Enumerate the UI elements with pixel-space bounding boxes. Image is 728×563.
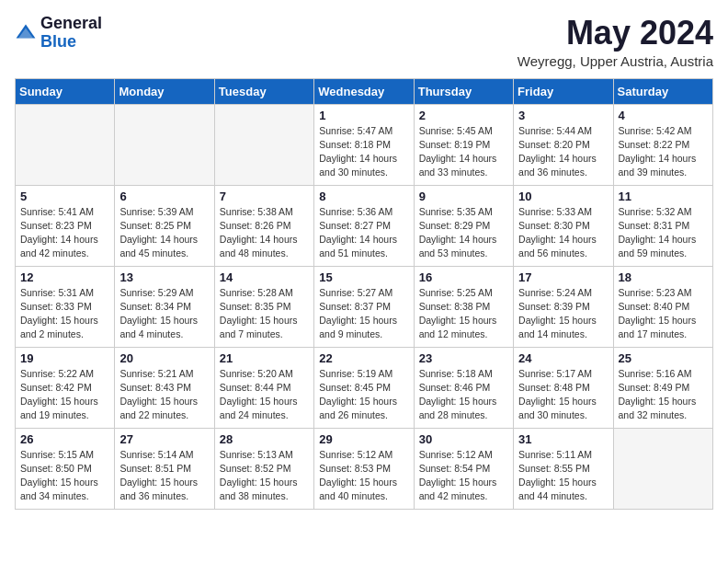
day-cell: 5Sunrise: 5:41 AMSunset: 8:23 PMDaylight…: [16, 185, 115, 266]
day-info: Sunrise: 5:23 AMSunset: 8:40 PMDaylight:…: [619, 286, 708, 342]
weekday-header-row: SundayMondayTuesdayWednesdayThursdayFrid…: [16, 78, 713, 104]
day-cell: 14Sunrise: 5:28 AMSunset: 8:35 PMDayligh…: [214, 266, 313, 347]
week-row-3: 12Sunrise: 5:31 AMSunset: 8:33 PMDayligh…: [16, 266, 713, 347]
day-number: 12: [20, 270, 109, 284]
day-number: 20: [119, 351, 209, 365]
day-cell: 18Sunrise: 5:23 AMSunset: 8:40 PMDayligh…: [613, 266, 712, 347]
weekday-wednesday: Wednesday: [314, 78, 414, 104]
day-number: 25: [619, 351, 708, 365]
day-number: 14: [220, 270, 309, 284]
day-number: 23: [419, 351, 508, 365]
week-row-1: 1Sunrise: 5:47 AMSunset: 8:18 PMDaylight…: [16, 104, 713, 185]
calendar-table: SundayMondayTuesdayWednesdayThursdayFrid…: [15, 78, 713, 510]
day-cell: 17Sunrise: 5:24 AMSunset: 8:39 PMDayligh…: [514, 266, 613, 347]
logo-text: General Blue: [40, 15, 102, 52]
day-info: Sunrise: 5:42 AMSunset: 8:22 PMDaylight:…: [619, 124, 708, 180]
day-number: 9: [419, 190, 508, 203]
day-info: Sunrise: 5:13 AMSunset: 8:52 PMDaylight:…: [220, 448, 309, 504]
day-cell: 10Sunrise: 5:33 AMSunset: 8:30 PMDayligh…: [514, 185, 613, 266]
day-number: 26: [20, 432, 109, 446]
day-cell: 20Sunrise: 5:21 AMSunset: 8:43 PMDayligh…: [115, 347, 214, 428]
day-cell: 13Sunrise: 5:29 AMSunset: 8:34 PMDayligh…: [115, 266, 214, 347]
day-number: 8: [319, 190, 408, 203]
weekday-tuesday: Tuesday: [214, 78, 313, 104]
day-info: Sunrise: 5:19 AMSunset: 8:45 PMDaylight:…: [319, 367, 408, 423]
day-cell: 1Sunrise: 5:47 AMSunset: 8:18 PMDaylight…: [314, 104, 414, 185]
day-cell: [214, 104, 313, 185]
day-info: Sunrise: 5:36 AMSunset: 8:27 PMDaylight:…: [319, 205, 408, 261]
day-info: Sunrise: 5:29 AMSunset: 8:34 PMDaylight:…: [119, 286, 209, 342]
day-number: 18: [619, 270, 708, 284]
day-info: Sunrise: 5:38 AMSunset: 8:26 PMDaylight:…: [220, 205, 309, 261]
weekday-saturday: Saturday: [613, 78, 712, 104]
day-cell: 3Sunrise: 5:44 AMSunset: 8:20 PMDaylight…: [514, 104, 613, 185]
day-info: Sunrise: 5:12 AMSunset: 8:54 PMDaylight:…: [419, 448, 508, 504]
day-info: Sunrise: 5:24 AMSunset: 8:39 PMDaylight:…: [518, 286, 608, 342]
day-number: 31: [518, 432, 608, 446]
day-number: 27: [119, 432, 209, 446]
day-info: Sunrise: 5:31 AMSunset: 8:33 PMDaylight:…: [20, 286, 109, 342]
day-number: 28: [220, 432, 309, 446]
page-header: General Blue May 2024 Weyregg, Upper Aus…: [15, 15, 713, 69]
day-number: 19: [20, 351, 109, 365]
logo: General Blue: [15, 15, 102, 52]
day-info: Sunrise: 5:27 AMSunset: 8:37 PMDaylight:…: [319, 286, 408, 342]
day-number: 11: [619, 190, 708, 203]
weekday-friday: Friday: [514, 78, 613, 104]
day-number: 30: [419, 432, 508, 446]
title-block: May 2024 Weyregg, Upper Austria, Austria: [518, 15, 713, 69]
day-cell: 26Sunrise: 5:15 AMSunset: 8:50 PMDayligh…: [16, 428, 115, 509]
month-title: May 2024: [518, 15, 713, 52]
day-cell: 29Sunrise: 5:12 AMSunset: 8:53 PMDayligh…: [314, 428, 414, 509]
day-info: Sunrise: 5:20 AMSunset: 8:44 PMDaylight:…: [220, 367, 309, 423]
day-info: Sunrise: 5:39 AMSunset: 8:25 PMDaylight:…: [119, 205, 209, 261]
day-info: Sunrise: 5:28 AMSunset: 8:35 PMDaylight:…: [220, 286, 309, 342]
day-number: 10: [518, 190, 608, 203]
day-info: Sunrise: 5:32 AMSunset: 8:31 PMDaylight:…: [619, 205, 708, 261]
day-info: Sunrise: 5:35 AMSunset: 8:29 PMDaylight:…: [419, 205, 508, 261]
day-number: 4: [619, 109, 708, 122]
day-number: 24: [518, 351, 608, 365]
logo-general-label: General: [40, 15, 102, 33]
day-info: Sunrise: 5:44 AMSunset: 8:20 PMDaylight:…: [518, 124, 608, 180]
day-info: Sunrise: 5:47 AMSunset: 8:18 PMDaylight:…: [319, 124, 408, 180]
day-number: 7: [220, 190, 309, 203]
day-info: Sunrise: 5:16 AMSunset: 8:49 PMDaylight:…: [619, 367, 708, 423]
day-info: Sunrise: 5:14 AMSunset: 8:51 PMDaylight:…: [119, 448, 209, 504]
day-cell: 19Sunrise: 5:22 AMSunset: 8:42 PMDayligh…: [16, 347, 115, 428]
day-number: 16: [419, 270, 508, 284]
day-cell: 15Sunrise: 5:27 AMSunset: 8:37 PMDayligh…: [314, 266, 414, 347]
day-cell: [115, 104, 214, 185]
day-info: Sunrise: 5:21 AMSunset: 8:43 PMDaylight:…: [119, 367, 209, 423]
day-number: 2: [419, 109, 508, 122]
day-info: Sunrise: 5:15 AMSunset: 8:50 PMDaylight:…: [20, 448, 109, 504]
day-info: Sunrise: 5:22 AMSunset: 8:42 PMDaylight:…: [20, 367, 109, 423]
calendar-body: 1Sunrise: 5:47 AMSunset: 8:18 PMDaylight…: [16, 104, 713, 509]
day-number: 15: [319, 270, 408, 284]
day-number: 22: [319, 351, 408, 365]
day-info: Sunrise: 5:45 AMSunset: 8:19 PMDaylight:…: [419, 124, 508, 180]
day-cell: 21Sunrise: 5:20 AMSunset: 8:44 PMDayligh…: [214, 347, 313, 428]
day-cell: 2Sunrise: 5:45 AMSunset: 8:19 PMDaylight…: [414, 104, 513, 185]
day-cell: 4Sunrise: 5:42 AMSunset: 8:22 PMDaylight…: [613, 104, 712, 185]
day-cell: 31Sunrise: 5:11 AMSunset: 8:55 PMDayligh…: [514, 428, 613, 509]
day-number: 5: [20, 190, 109, 203]
day-cell: 23Sunrise: 5:18 AMSunset: 8:46 PMDayligh…: [414, 347, 513, 428]
day-cell: [613, 428, 712, 509]
day-cell: 11Sunrise: 5:32 AMSunset: 8:31 PMDayligh…: [613, 185, 712, 266]
day-info: Sunrise: 5:17 AMSunset: 8:48 PMDaylight:…: [518, 367, 608, 423]
day-number: 13: [119, 270, 209, 284]
day-cell: 9Sunrise: 5:35 AMSunset: 8:29 PMDaylight…: [414, 185, 513, 266]
day-cell: 7Sunrise: 5:38 AMSunset: 8:26 PMDaylight…: [214, 185, 313, 266]
day-number: 1: [319, 109, 408, 122]
weekday-thursday: Thursday: [414, 78, 513, 104]
day-info: Sunrise: 5:41 AMSunset: 8:23 PMDaylight:…: [20, 205, 109, 261]
day-cell: 12Sunrise: 5:31 AMSunset: 8:33 PMDayligh…: [16, 266, 115, 347]
day-cell: 30Sunrise: 5:12 AMSunset: 8:54 PMDayligh…: [414, 428, 513, 509]
day-number: 3: [518, 109, 608, 122]
day-info: Sunrise: 5:12 AMSunset: 8:53 PMDaylight:…: [319, 448, 408, 504]
week-row-4: 19Sunrise: 5:22 AMSunset: 8:42 PMDayligh…: [16, 347, 713, 428]
logo-blue-label: Blue: [40, 33, 102, 52]
day-number: 17: [518, 270, 608, 284]
location-label: Weyregg, Upper Austria, Austria: [518, 53, 713, 69]
